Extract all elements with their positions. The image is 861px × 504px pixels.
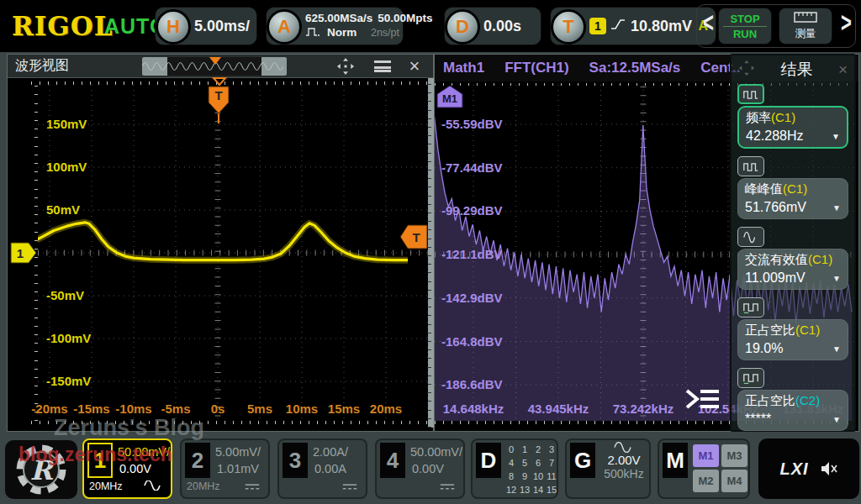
channel-3-card[interactable]: 32.00A/0.00A [277, 438, 367, 499]
measurement-body[interactable]: 正占空比(C2)*****▼ [737, 390, 848, 431]
math-card[interactable]: M M1M3M2M4 [658, 438, 750, 499]
trigger-level-marker[interactable]: T [399, 224, 428, 249]
speaker-muted-icon[interactable] [820, 460, 838, 477]
digital-channel-1[interactable]: 1 [518, 443, 531, 456]
delay-value: 0.00s [483, 18, 521, 35]
measurement-body[interactable]: 频率(C1)42.288Hz▼ [737, 106, 848, 149]
digital-channel-2[interactable]: 2 [531, 443, 545, 456]
digital-grid: 0123456789101112131415 [504, 443, 558, 496]
panel-close-icon[interactable]: × [404, 57, 425, 76]
measurement-name: 正占空比 [745, 323, 795, 337]
math-slot-m3[interactable]: M3 [721, 444, 747, 467]
measurement-name: 交流有效值 [745, 252, 808, 266]
measurement-body[interactable]: 交流有效值(C1)11.009mV▼ [737, 249, 848, 290]
digital-channels-card[interactable]: D 0123456789101112131415 [471, 438, 558, 499]
dropdown-arrow-icon[interactable]: ▼ [832, 274, 841, 283]
expand-menu-icon[interactable] [682, 386, 721, 412]
measurement-name: 正占空比 [745, 393, 795, 407]
dc-coupling-icon [244, 479, 261, 494]
dropdown-arrow-icon[interactable]: ▼ [832, 344, 841, 354]
nav-left-arrow[interactable]: < [703, 7, 714, 39]
measurement-source: (C2) [795, 393, 820, 407]
measurement-value: 11.009mV [745, 270, 806, 286]
digital-channel-6[interactable]: 6 [531, 456, 545, 470]
digital-channel-3[interactable]: 3 [545, 443, 558, 456]
trigger-settings-group[interactable]: T 1 10.80mV A [550, 7, 716, 45]
math-slot-m4[interactable]: M4 [721, 470, 747, 492]
digital-channel-9[interactable]: 9 [518, 470, 531, 483]
trigger-position-ruler-marker[interactable] [212, 77, 227, 86]
horizontal-knob[interactable]: H [156, 9, 191, 45]
digital-channel-10[interactable]: 10 [531, 470, 545, 483]
fft-sample-rate-label: Sa:12.5MSa/s [589, 60, 681, 76]
measurement-card[interactable]: 交流有效值(C1)11.009mV▼ [737, 227, 848, 290]
run-stop-button[interactable]: STOP RUN [718, 8, 772, 45]
lxi-status-tile[interactable]: LXI [758, 438, 859, 499]
measurement-card[interactable]: 正占空比(C2)*****▼ [737, 368, 848, 431]
results-close-icon[interactable]: × [838, 60, 848, 79]
dropdown-arrow-icon[interactable]: ▼ [832, 203, 841, 213]
channel-scale: 2.00A/ [313, 445, 348, 459]
panel-menu-icon[interactable] [372, 57, 393, 76]
time-ruler-bottom [31, 421, 428, 428]
channel-footer [382, 479, 456, 494]
nav-right-arrow[interactable]: > [841, 7, 852, 39]
channel-1-card[interactable]: 150.00mV/0.00V20MHz [82, 438, 172, 499]
digital-channel-14[interactable]: 14 [531, 483, 545, 496]
measurement-body[interactable]: 峰峰值(C1)51.766mV▼ [737, 178, 848, 219]
acquire-knob[interactable]: A [267, 9, 302, 45]
measurement-source: (C1) [783, 181, 807, 196]
delay-settings-group[interactable]: D 0.00s [444, 7, 541, 45]
measurement-card[interactable]: 峰峰值(C1)51.766mV▼ [737, 156, 848, 219]
preview-trigger-marker[interactable] [209, 57, 221, 65]
generator-card[interactable]: G 2.00V 500kHz [565, 438, 651, 499]
digital-channel-0[interactable]: 0 [504, 443, 518, 456]
measurement-card[interactable]: 正占空比(C1)19.0%▼ [737, 297, 848, 360]
dropdown-arrow-icon[interactable]: ▼ [832, 132, 840, 141]
acquire-settings-group[interactable]: A 625.00MSa/s 50.00Mpts Norm 2ns/pt [266, 7, 404, 45]
generator-frequency: 500kHz [604, 467, 643, 480]
math-slot-m2[interactable]: M2 [693, 470, 719, 492]
channel-scale: 50.00mV/ [410, 445, 462, 459]
rigol-gear-logo[interactable]: R [5, 440, 77, 499]
channel-offset: 1.01mV [217, 462, 259, 475]
digital-channel-5[interactable]: 5 [518, 456, 531, 470]
measurement-card[interactable]: 频率(C1)42.288Hz▼ [737, 84, 848, 149]
channel-4-card[interactable]: 450.00mV/0.00V [375, 438, 465, 499]
digital-channel-13[interactable]: 13 [518, 483, 531, 496]
digital-channel-8[interactable]: 8 [504, 470, 518, 483]
acquire-mode-value: Norm [327, 26, 357, 40]
digital-channel-11[interactable]: 11 [545, 470, 558, 483]
svg-text:1: 1 [17, 246, 24, 260]
channel-number: 1 [87, 443, 113, 478]
digital-channel-7[interactable]: 7 [545, 456, 558, 470]
horizontal-settings-group[interactable]: H 5.00ms/ [155, 7, 257, 45]
sample-rate-value: 625.00MSa/s [305, 12, 372, 26]
math-slot-m1[interactable]: M1 [693, 444, 719, 467]
delay-knob[interactable]: D [445, 9, 480, 45]
generator-voltage: 2.00V [607, 453, 640, 467]
results-title: 结果 [755, 59, 838, 81]
measure-button[interactable]: 测量 [779, 8, 832, 45]
square-wave-icon [737, 84, 764, 104]
move-window-icon[interactable] [335, 57, 356, 76]
trigger-position-marker[interactable]: T [208, 86, 230, 124]
channel-offset: 0.00A [314, 462, 346, 475]
results-header[interactable]: 结果 × [732, 55, 854, 84]
channel1-position-marker[interactable]: 1 [10, 242, 37, 264]
move-window-icon[interactable] [738, 60, 755, 80]
measurement-body[interactable]: 正占空比(C1)19.0%▼ [737, 319, 848, 360]
trigger-knob[interactable]: T [551, 9, 586, 45]
dropdown-arrow-icon[interactable]: ▼ [832, 415, 841, 424]
top-status-bar: RIGOL AUTO H 5.00ms/ A 625.00MSa/s 50.00… [0, 0, 861, 52]
waveform-view-panel: 波形视图 × 150mV100mV50mV-50mV-100mV-150mV-2… [7, 54, 434, 432]
measure-label: 测量 [795, 27, 816, 41]
digital-channel-12[interactable]: 12 [504, 483, 518, 496]
digital-channel-15[interactable]: 15 [545, 483, 558, 496]
digital-channel-4[interactable]: 4 [504, 456, 518, 470]
measurement-label: 交流有效值(C1) [745, 252, 841, 268]
memory-preview-scrollbar[interactable] [142, 57, 287, 76]
math1-position-marker[interactable]: M1 [436, 85, 463, 108]
channel-2-card[interactable]: 25.00mV/1.01mV20MHz [180, 438, 270, 499]
measurement-label: 峰峰值(C1) [745, 181, 841, 197]
